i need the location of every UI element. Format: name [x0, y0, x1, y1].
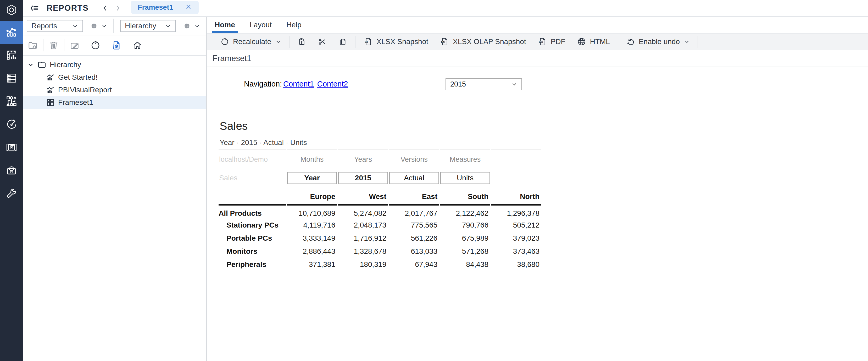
sidebar-item-marketplace[interactable]: [0, 159, 23, 183]
ribbon-tabs: Home Layout Help: [207, 17, 868, 33]
hexagon-logo-icon: [6, 4, 17, 17]
cell-value: 505,212: [491, 219, 541, 232]
sidebar-item-designer[interactable]: [0, 44, 23, 67]
divider: [618, 36, 618, 48]
recalculate-button[interactable]: Recalculate: [220, 37, 271, 46]
sidebar-item-scheduler[interactable]: [0, 113, 23, 136]
ruler-chart-icon: [5, 49, 18, 62]
refresh-button[interactable]: [88, 38, 103, 53]
report-chart-icon: [46, 73, 55, 82]
dim-versions[interactable]: Versions: [389, 149, 439, 169]
sidebar-item-reports[interactable]: [0, 21, 23, 44]
col-header: North: [491, 187, 541, 205]
preview-button[interactable]: [109, 38, 124, 53]
measures-selector[interactable]: Units: [440, 172, 490, 184]
dim-months[interactable]: Months: [287, 149, 337, 169]
divider: [355, 36, 355, 48]
table-row: Peripherals 371,381 180,319 67,943 84,43…: [219, 258, 541, 271]
copy-button[interactable]: [338, 37, 347, 46]
server-stack-icon: [5, 72, 18, 85]
dim-measures[interactable]: Measures: [440, 149, 490, 169]
divider: [106, 39, 106, 51]
edit-button[interactable]: [67, 38, 82, 53]
collapse-panel-icon[interactable]: [29, 3, 40, 13]
sidebar-item-databases[interactable]: [0, 67, 23, 90]
year-select[interactable]: 2015: [445, 78, 522, 90]
tab-help[interactable]: Help: [286, 17, 302, 33]
chevron-down-icon[interactable]: [27, 61, 34, 68]
sidebar-item-administration[interactable]: [0, 183, 23, 205]
svg-text:XLS: XLS: [365, 41, 369, 43]
history-back-icon[interactable]: [100, 3, 111, 13]
tab-layout[interactable]: Layout: [250, 17, 272, 33]
months-selector[interactable]: Year: [287, 172, 337, 184]
tree-item-pbivisualreport[interactable]: PBIVisualReport: [23, 84, 206, 96]
xlsx-snapshot-button[interactable]: XLS XLSX Snapshot: [363, 37, 428, 47]
recalculate-label: Recalculate: [233, 37, 271, 46]
content1-link[interactable]: Content1: [283, 80, 314, 88]
report-tree: Hierarchy Get Started!: [23, 56, 206, 109]
html-button[interactable]: HTML: [577, 37, 610, 47]
xlsx-olap-snapshot-button[interactable]: XLS XLSX OLAP Snapshot: [440, 37, 526, 47]
tab-home[interactable]: Home: [215, 17, 235, 33]
new-folder-button[interactable]: [25, 38, 40, 53]
history-forward-icon[interactable]: [113, 3, 123, 13]
divider: [85, 39, 85, 51]
root-select-value: Reports: [31, 22, 72, 30]
col-header: South: [440, 187, 490, 205]
row-label[interactable]: Portable PCs: [219, 232, 286, 245]
cell-value: 373,463: [491, 245, 541, 258]
chevron-down-icon[interactable]: [684, 39, 690, 45]
gear-icon[interactable]: [90, 22, 98, 30]
html-label: HTML: [590, 37, 610, 46]
hierarchy-select[interactable]: Hierarchy: [120, 20, 176, 32]
dim-years[interactable]: Years: [338, 149, 388, 169]
content2-link[interactable]: Content2: [317, 80, 348, 88]
cell-value: 675,989: [440, 232, 490, 245]
tree-item-label: Frameset1: [58, 98, 93, 107]
row-label[interactable]: Peripherals: [219, 258, 286, 271]
delete-button[interactable]: [46, 38, 61, 53]
sidebar-item-console[interactable]: [0, 136, 23, 159]
cell-value: 571,268: [440, 245, 490, 258]
app-logo[interactable]: [0, 0, 23, 21]
row-label[interactable]: Monitors: [219, 245, 286, 258]
paste-button[interactable]: [297, 37, 306, 46]
svg-text:PDF: PDF: [539, 41, 543, 43]
sidebar-item-integrator[interactable]: [0, 90, 23, 113]
enable-undo-label: Enable undo: [639, 37, 680, 46]
close-icon[interactable]: [185, 3, 192, 11]
cut-button[interactable]: [318, 37, 327, 46]
folder-icon: [37, 60, 46, 70]
tree-toolbar: [23, 35, 206, 56]
console-window-icon: [5, 141, 18, 155]
document-tab-frameset1[interactable]: Frameset1: [131, 1, 199, 14]
enable-undo-button[interactable]: Enable undo: [626, 37, 680, 46]
tree-item-label: PBIVisualReport: [58, 86, 112, 94]
row-label[interactable]: Stationary PCs: [219, 219, 286, 232]
gear-icon[interactable]: [183, 22, 191, 30]
row-label[interactable]: All Products: [219, 205, 286, 219]
root-select[interactable]: Reports: [27, 20, 83, 32]
cell-value: 1,328,678: [338, 245, 388, 258]
cube-label: Sales: [219, 169, 286, 187]
cell-value: 2,122,462: [440, 205, 490, 219]
tree-item-frameset1[interactable]: Frameset1: [23, 96, 206, 109]
cell-value: 3,333,149: [287, 232, 337, 245]
chevron-down-icon[interactable]: [101, 23, 107, 29]
chevron-down-icon[interactable]: [194, 23, 200, 29]
tree-folder-hierarchy[interactable]: Hierarchy: [23, 58, 206, 71]
cell-value: 1,716,912: [338, 232, 388, 245]
top-header: REPORTS Frameset1: [23, 0, 868, 17]
years-selector[interactable]: 2015: [338, 172, 388, 184]
pdf-button[interactable]: PDF PDF: [538, 37, 565, 47]
database-label: localhost/Demo: [219, 149, 286, 169]
home-button[interactable]: [130, 38, 145, 53]
col-header: East: [389, 187, 439, 205]
divider: [127, 39, 127, 51]
versions-selector[interactable]: Actual: [389, 172, 439, 184]
document-title-row: Frameset1: [207, 50, 868, 67]
chevron-down-icon[interactable]: [275, 39, 281, 45]
tree-item-get-started[interactable]: Get Started!: [23, 71, 206, 84]
cell-value: 790,766: [440, 219, 490, 232]
